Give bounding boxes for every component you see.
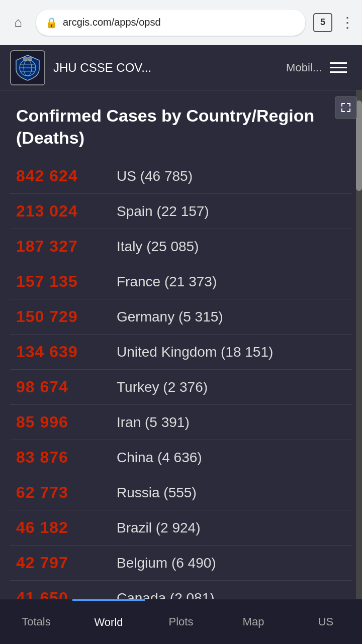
tab-label-totals: Totals: [22, 615, 50, 628]
case-number: 213 024: [16, 202, 117, 221]
tab-us[interactable]: US: [290, 599, 362, 644]
tab-label-us: US: [318, 615, 334, 628]
case-number: 42 797: [16, 554, 117, 572]
case-country: Turkey (2 376): [117, 379, 208, 395]
url-text: arcgis.com/apps/opsd: [63, 17, 296, 28]
app-header: JHU CSSE COV... Mobil...: [0, 45, 362, 90]
menu-button[interactable]: [330, 57, 352, 79]
main-content: Confirmed Cases by Country/Region (Death…: [0, 90, 362, 644]
scrollbar[interactable]: [356, 90, 362, 644]
case-country: United Kingdom (18 151): [117, 344, 273, 360]
case-country: China (4 636): [117, 450, 202, 466]
case-row: 150 729Germany (5 315): [10, 299, 352, 335]
browser-chrome: ⌂ 🔒 arcgis.com/apps/opsd 5 ⋮: [0, 0, 362, 45]
case-number: 842 624: [16, 167, 117, 185]
case-row: 83 876China (4 636): [10, 440, 352, 475]
url-bar[interactable]: 🔒 arcgis.com/apps/opsd: [36, 10, 305, 36]
jhu-logo: [10, 50, 45, 85]
case-row: 46 182Brazil (2 924): [10, 510, 352, 546]
case-number: 46 182: [16, 518, 117, 537]
case-row: 85 996Iran (5 391): [10, 405, 352, 440]
case-number: 187 327: [16, 237, 117, 256]
case-number: 150 729: [16, 307, 117, 326]
case-number: 134 639: [16, 343, 117, 361]
tabs-badge[interactable]: 5: [313, 13, 332, 32]
case-country: Brazil (2 924): [117, 520, 201, 536]
case-country: Iran (5 391): [117, 414, 190, 431]
case-number: 85 996: [16, 413, 117, 432]
case-number: 98 674: [16, 378, 117, 396]
case-row: 98 674Turkey (2 376): [10, 370, 352, 405]
case-number: 83 876: [16, 448, 117, 467]
tab-map[interactable]: Map: [217, 599, 290, 644]
case-country: US (46 785): [117, 168, 193, 184]
tab-plots[interactable]: Plots: [145, 599, 217, 644]
case-country: Germany (5 315): [117, 309, 223, 325]
case-number: 157 135: [16, 272, 117, 291]
case-country: France (21 373): [117, 274, 217, 290]
case-row: 187 327Italy (25 085): [10, 229, 352, 264]
page-title-block: Confirmed Cases by Country/Region (Death…: [0, 90, 362, 159]
case-country: Spain (22 157): [117, 203, 209, 220]
case-number: 62 773: [16, 483, 117, 502]
page-title: Confirmed Cases by Country/Region (Death…: [16, 104, 346, 149]
tab-label-plots: Plots: [169, 615, 194, 628]
case-row: 157 135France (21 373): [10, 264, 352, 299]
hamburger-line-3: [330, 71, 347, 73]
case-row: 134 639United Kingdom (18 151): [10, 335, 352, 370]
cases-list: 842 624US (46 785)213 024Spain (22 157)1…: [0, 159, 362, 644]
case-row: 842 624US (46 785): [10, 159, 352, 194]
tab-label-map: Map: [243, 615, 264, 628]
app-title: JHU CSSE COV...: [53, 61, 280, 75]
case-row: 213 024Spain (22 157): [10, 194, 352, 229]
hamburger-line-2: [330, 67, 347, 68]
case-country: Italy (25 085): [117, 239, 199, 255]
more-options-icon[interactable]: ⋮: [340, 14, 354, 31]
tab-label-world: World: [94, 616, 123, 629]
tab-totals[interactable]: Totals: [0, 599, 72, 644]
app-subtitle: Mobil...: [286, 61, 322, 74]
case-row: 62 773Russia (555): [10, 475, 352, 510]
tab-bar: TotalsWorldPlotsMapUS: [0, 599, 362, 644]
home-icon[interactable]: ⌂: [8, 15, 28, 30]
hamburger-line-1: [330, 62, 347, 64]
tab-world[interactable]: World: [72, 599, 145, 644]
expand-button[interactable]: [335, 96, 357, 119]
case-country: Russia (555): [117, 485, 197, 501]
case-country: Belgium (6 490): [117, 555, 216, 571]
lock-icon: 🔒: [45, 17, 58, 29]
case-row: 42 797Belgium (6 490): [10, 546, 352, 581]
